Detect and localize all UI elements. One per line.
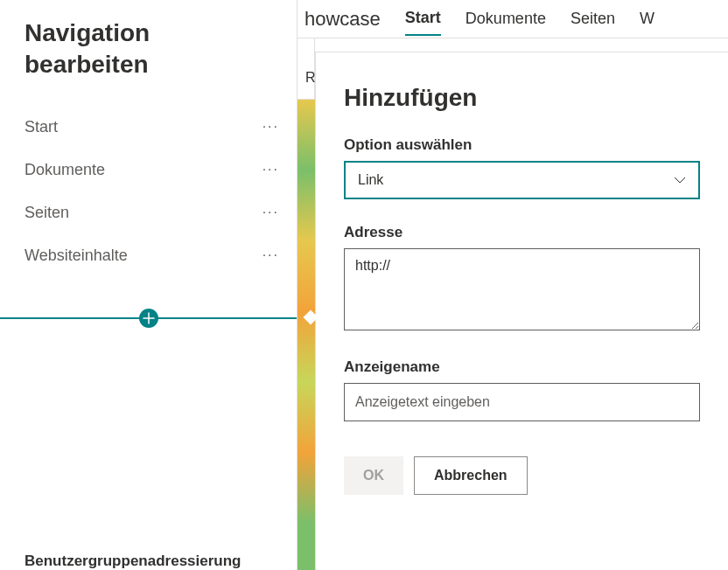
tab-start[interactable]: Start — [405, 2, 441, 36]
page-background-strip — [298, 100, 315, 570]
top-nav: howcase Start Dokumente Seiten W — [298, 0, 728, 38]
button-row: OK Abbrechen — [344, 456, 700, 495]
sidebar-title: Navigation bearbeiten — [0, 0, 297, 90]
option-label: Option auswählen — [344, 136, 700, 154]
more-icon[interactable]: ··· — [262, 119, 279, 135]
address-input[interactable] — [344, 248, 700, 330]
nav-list: Start ··· Dokumente ··· Seiten ··· Websi… — [0, 106, 297, 277]
nav-item-seiten[interactable]: Seiten ··· — [0, 191, 297, 234]
nav-item-start[interactable]: Start ··· — [0, 106, 297, 149]
address-label: Adresse — [344, 224, 700, 241]
add-link-panel: Hinzufügen Option auswählen Link Adresse… — [315, 52, 728, 570]
add-nav-item-button[interactable] — [139, 309, 158, 328]
displayname-label: Anzeigename — [344, 358, 700, 376]
option-selected-value: Link — [358, 172, 383, 188]
stray-r: R — [305, 70, 316, 86]
more-icon[interactable]: ··· — [262, 162, 279, 177]
tab-seiten[interactable]: Seiten — [570, 3, 615, 35]
nav-item-label: Start — [24, 118, 58, 136]
nav-item-label: Seiten — [24, 204, 69, 222]
nav-item-websiteinhalte[interactable]: Websiteinhalte ··· — [0, 234, 297, 277]
site-title-fragment: howcase — [304, 8, 381, 31]
strip-gap — [298, 38, 315, 100]
ok-button: OK — [344, 456, 403, 495]
more-icon[interactable]: ··· — [262, 205, 279, 220]
tab-dokumente[interactable]: Dokumente — [466, 3, 546, 35]
more-icon[interactable]: ··· — [262, 247, 279, 263]
tab-partial[interactable]: W — [640, 10, 654, 28]
chevron-down-icon — [674, 177, 686, 184]
panel-title: Hinzufügen — [344, 84, 700, 112]
nav-item-label: Dokumente — [24, 161, 105, 179]
nav-item-dokumente[interactable]: Dokumente ··· — [0, 149, 297, 191]
bottom-label: Benutzergruppenadressierung — [24, 553, 242, 570]
nav-edit-sidebar: Navigation bearbeiten Start ··· Dokument… — [0, 0, 298, 570]
nav-item-label: Websiteinhalte — [24, 247, 128, 265]
plus-icon — [143, 312, 155, 324]
option-select[interactable]: Link — [344, 161, 700, 199]
cancel-button[interactable]: Abbrechen — [414, 456, 528, 495]
displayname-input[interactable] — [344, 383, 700, 421]
